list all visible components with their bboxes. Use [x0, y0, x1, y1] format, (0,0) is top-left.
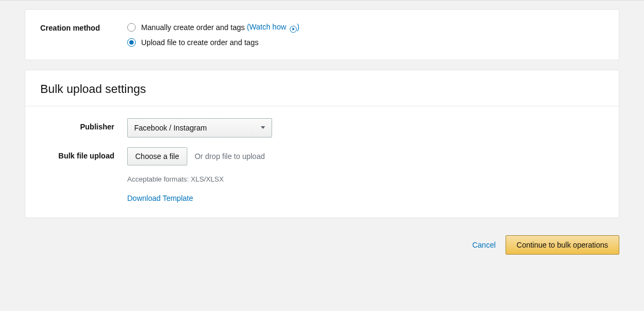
creation-method-label: Creation method — [40, 23, 127, 32]
watch-how-link[interactable]: (Watch how ) — [247, 23, 299, 33]
play-icon — [290, 26, 297, 33]
radio-icon — [127, 23, 136, 32]
bulk-upload-title: Bulk upload settings — [25, 70, 619, 106]
footer-actions: Cancel Continue to bulk operations — [0, 228, 644, 255]
creation-method-card: Creation method Manually create order an… — [25, 9, 619, 60]
acceptable-formats-text: Acceptable formats: XLS/XLSX — [127, 175, 604, 183]
radio-upload-label: Upload file to create order and tags — [141, 38, 259, 47]
radio-manual-create[interactable]: Manually create order and tags (Watch ho… — [127, 23, 604, 33]
bulk-upload-card: Bulk upload settings Publisher Facebook … — [25, 70, 619, 218]
continue-button[interactable]: Continue to bulk operations — [506, 235, 619, 255]
publisher-select[interactable]: Facebook / Instagram — [127, 118, 272, 138]
radio-icon — [127, 38, 136, 47]
chevron-down-icon — [261, 126, 265, 129]
choose-file-button[interactable]: Choose a file — [127, 147, 187, 165]
drop-file-hint: Or drop file to upload — [195, 152, 265, 161]
radio-upload-file[interactable]: Upload file to create order and tags — [127, 38, 604, 47]
publisher-label: Publisher — [40, 118, 127, 131]
bulk-file-upload-label: Bulk file upload — [40, 147, 127, 160]
cancel-button[interactable]: Cancel — [472, 241, 496, 249]
publisher-value: Facebook / Instagram — [134, 124, 207, 132]
radio-manual-label: Manually create order and tags — [141, 23, 245, 32]
download-template-link[interactable]: Download Template — [127, 194, 193, 202]
